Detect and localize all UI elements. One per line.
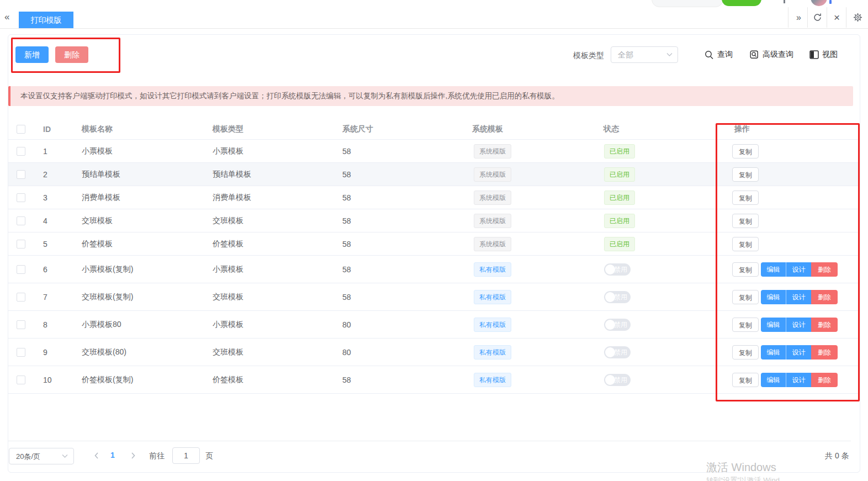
copy-button[interactable]: 复制 — [732, 167, 759, 182]
cell-system-template: 系统模版 — [474, 191, 511, 205]
page-size-value: 20条/页 — [16, 452, 40, 462]
row-checkbox[interactable] — [17, 216, 25, 225]
cell-system-size: 58 — [342, 170, 351, 179]
row-checkbox[interactable] — [17, 265, 25, 274]
copy-button[interactable]: 复制 — [732, 262, 759, 277]
cell-id: 1 — [43, 147, 47, 156]
goto-page-input[interactable]: 1 — [172, 447, 200, 464]
row-checkbox[interactable] — [17, 240, 25, 249]
cell-template-name: 交班模板(80) — [82, 347, 126, 357]
cell-status: 已启用 — [604, 214, 635, 228]
status-toggle-off[interactable]: 禁用 — [604, 291, 631, 303]
row-checkbox[interactable] — [17, 320, 25, 329]
table-row: 8小票模板80小票模板80私有模版禁用复制编辑设计删除 — [8, 311, 860, 339]
app-top-strip — [0, 0, 868, 7]
cell-system-template: 私有模版 — [474, 290, 511, 304]
cell-system-template: 私有模版 — [474, 373, 511, 387]
global-search-input[interactable] — [652, 0, 723, 7]
table-row: 7交班模板(复制)交班模板58私有模版禁用复制编辑设计删除 — [8, 283, 860, 311]
delete-button[interactable]: 删除 — [811, 345, 838, 360]
add-button[interactable]: 新增 — [15, 46, 49, 63]
view-button[interactable]: 视图 — [809, 50, 838, 60]
cell-system-size: 58 — [342, 293, 351, 302]
delete-button[interactable]: 删除 — [811, 373, 838, 387]
cell-system-template: 系统模版 — [474, 167, 511, 182]
cell-template-name: 预结单模板 — [82, 170, 120, 179]
edit-button[interactable]: 编辑 — [761, 373, 786, 387]
cell-operations: 复制 — [732, 191, 761, 205]
windows-activation-watermark: 激活 Windows — [706, 460, 776, 475]
template-type-select[interactable]: 全部 — [611, 46, 678, 63]
page-size-select[interactable]: 20条/页 — [9, 448, 74, 464]
cell-id: 5 — [43, 240, 47, 249]
settings-gear-icon[interactable] — [846, 7, 868, 28]
tab-print-template[interactable]: 打印模版 — [19, 12, 73, 28]
copy-button[interactable]: 复制 — [732, 345, 759, 360]
select-all-checkbox[interactable] — [17, 125, 25, 134]
table-row: 9交班模板(80)交班模板80私有模版禁用复制编辑设计删除 — [8, 339, 860, 366]
avatar[interactable] — [811, 0, 827, 6]
edit-button[interactable]: 编辑 — [761, 290, 786, 304]
collapse-sidebar-icon[interactable]: « — [4, 12, 9, 23]
windows-activation-watermark-line2: 转到“设置”以激活 Wind — [706, 475, 780, 481]
delete-button[interactable]: 删除 — [811, 318, 838, 332]
delete-button[interactable]: 删除 — [811, 262, 838, 277]
status-toggle-off[interactable]: 禁用 — [604, 346, 631, 358]
next-page-icon[interactable] — [129, 452, 137, 459]
cell-operations: 复制 — [732, 167, 761, 182]
cell-template-name: 交班模板(复制) — [82, 292, 133, 302]
copy-button[interactable]: 复制 — [732, 373, 759, 387]
design-button[interactable]: 设计 — [786, 318, 811, 332]
copy-button[interactable]: 复制 — [732, 191, 759, 205]
query-label: 查询 — [717, 50, 733, 60]
row-checkbox[interactable] — [17, 193, 25, 202]
status-toggle-off[interactable]: 禁用 — [604, 374, 631, 386]
more-tabs-icon[interactable]: » — [788, 7, 808, 28]
copy-button[interactable]: 复制 — [732, 237, 759, 251]
cell-system-size: 58 — [342, 265, 351, 274]
row-checkbox[interactable] — [17, 293, 25, 302]
query-button[interactable]: 查询 — [705, 50, 733, 60]
advanced-query-button[interactable]: 高级查询 — [750, 50, 793, 60]
cell-id: 4 — [43, 216, 47, 225]
primary-green-button[interactable] — [722, 0, 761, 6]
copy-button[interactable]: 复制 — [732, 318, 759, 332]
print-template-page: « 打印模版 » × 新增 删除 模 — [0, 0, 868, 481]
design-button[interactable]: 设计 — [786, 290, 811, 304]
row-checkbox[interactable] — [17, 147, 25, 156]
design-button[interactable]: 设计 — [786, 345, 811, 360]
row-checkbox[interactable] — [17, 348, 25, 357]
copy-button[interactable]: 复制 — [732, 144, 759, 158]
design-button[interactable]: 设计 — [786, 262, 811, 277]
row-checkbox[interactable] — [17, 170, 25, 179]
toggle-label: 禁用 — [614, 319, 627, 331]
table-row: 3消费单模板消费单模板58系统模版已启用复制 — [8, 186, 860, 209]
edit-button[interactable]: 编辑 — [761, 345, 786, 360]
template-table: ID 模板名称 模板类型 系统尺寸 系统模板 状态 操作 1小票模板小票模板58… — [8, 119, 860, 394]
delete-button[interactable]: 删除 — [811, 290, 838, 304]
copy-button[interactable]: 复制 — [732, 290, 759, 304]
cell-system-size: 58 — [342, 147, 351, 156]
enabled-status-badge: 已启用 — [604, 191, 635, 205]
private-template-tag: 私有模版 — [474, 290, 511, 304]
delete-button[interactable]: 删除 — [55, 46, 88, 63]
prev-page-icon[interactable] — [93, 452, 100, 459]
copy-button[interactable]: 复制 — [732, 214, 759, 228]
table-body: 1小票模板小票模板58系统模版已启用复制2预结单模板预结单模板58系统模版已启用… — [8, 140, 860, 394]
row-checkbox[interactable] — [17, 376, 25, 384]
current-page[interactable]: 1 — [110, 451, 115, 459]
cell-id: 9 — [43, 348, 47, 357]
design-button[interactable]: 设计 — [786, 373, 811, 387]
cell-id: 10 — [43, 376, 52, 384]
table-header: ID 模板名称 模板类型 系统尺寸 系统模板 状态 操作 — [8, 119, 860, 140]
header-system-template: 系统模板 — [472, 124, 503, 134]
edit-button[interactable]: 编辑 — [761, 262, 786, 277]
system-template-tag: 系统模版 — [474, 144, 511, 158]
status-toggle-off[interactable]: 禁用 — [604, 319, 631, 331]
status-toggle-off[interactable]: 禁用 — [604, 263, 631, 276]
refresh-icon[interactable] — [807, 7, 827, 28]
template-type-label: 模板类型 — [573, 51, 604, 61]
edit-button[interactable]: 编辑 — [761, 318, 786, 332]
cell-system-template: 私有模版 — [474, 318, 511, 332]
close-tab-icon[interactable]: × — [827, 7, 846, 28]
